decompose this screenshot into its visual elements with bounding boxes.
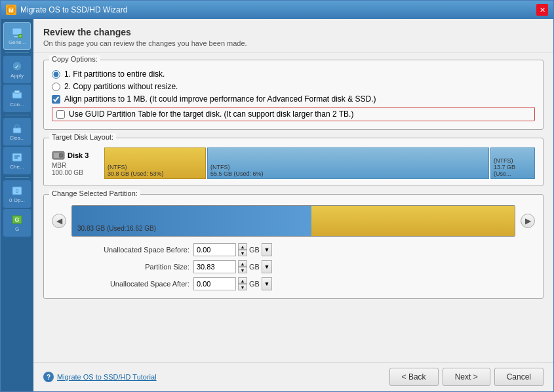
unallocated-after-dropdown[interactable]: ▼ xyxy=(262,277,272,290)
svg-rect-9 xyxy=(14,90,20,93)
next-arrow-button[interactable]: ▶ xyxy=(521,214,535,228)
partition-size-spin-up[interactable]: ▲ xyxy=(238,260,247,267)
close-button[interactable]: ✕ xyxy=(536,4,548,16)
page-subtitle: On this page you can review the changes … xyxy=(43,39,544,47)
target-disk-layout-title: Target Disk Layout: xyxy=(49,133,116,141)
sidebar: ✓ Gene... ✓ Apply Con... xyxy=(1,19,33,391)
main-window: M Migrate OS to SSD/HD Wizard ✕ ✓ Gene..… xyxy=(0,0,554,392)
checkbox-align[interactable] xyxy=(52,95,60,104)
sidebar-item-general[interactable]: ✓ Gene... xyxy=(3,22,31,50)
sidebar-clean-label: Clea... xyxy=(9,136,24,141)
radio-copy-without-resize-label: 2. Copy partitions without resize. xyxy=(64,82,178,91)
svg-rect-19 xyxy=(54,153,59,158)
radio-fit-partitions[interactable] xyxy=(52,70,60,79)
unallocated-after-spin-down[interactable]: ▼ xyxy=(238,284,247,290)
sidebar-item-check[interactable]: Che... xyxy=(3,147,31,174)
partition-2-info: 55.5 GB (Used: 6%) xyxy=(210,170,264,177)
window-title: Migrate OS to SSD/HD Wizard xyxy=(20,5,127,14)
sidebar-item-g[interactable]: G G xyxy=(3,209,31,237)
checkbox-align-option: Align partitions to 1 MB. (It could impr… xyxy=(52,94,535,104)
unallocated-before-spin-down[interactable]: ▼ xyxy=(238,250,247,256)
svg-text:✓: ✓ xyxy=(19,34,22,38)
unallocated-after-row: Unallocated Space After: ▲ ▼ GB ▼ xyxy=(78,277,535,290)
tutorial-link[interactable]: ? Migrate OS to SSD/HD Tutorial xyxy=(43,372,157,382)
checkbox-guid-label: Use GUID Partition Table for the target … xyxy=(69,109,353,119)
sidebar-g-label: G xyxy=(15,227,19,232)
main-content: ✓ Gene... ✓ Apply Con... xyxy=(1,19,553,391)
title-bar-left: M Migrate OS to SSD/HD Wizard xyxy=(6,5,127,15)
svg-rect-10 xyxy=(13,128,21,133)
sidebar-check-label: Che... xyxy=(10,165,24,170)
partition-size-input[interactable] xyxy=(193,260,236,273)
radio-option-2: 2. Copy partitions without resize. xyxy=(52,82,535,91)
copy-options-group: Copy Options: 1. Fit partitions to entir… xyxy=(43,60,544,130)
sidebar-divider-2 xyxy=(5,115,29,115)
unallocated-after-spin-up[interactable]: ▲ xyxy=(238,277,247,284)
footer-buttons: < Back Next > Cancel xyxy=(389,368,544,386)
unallocated-before-input[interactable] xyxy=(193,243,236,256)
svg-text:0: 0 xyxy=(16,188,19,194)
sidebar-apply-label: Apply xyxy=(10,73,24,79)
disk-drive-icon xyxy=(52,150,65,161)
partition-2[interactable]: (NTFS) 55.5 GB (Used: 6%) xyxy=(207,147,489,179)
svg-text:M: M xyxy=(9,7,14,14)
sidebar-connect-label: Con... xyxy=(10,102,24,108)
prev-arrow-button[interactable]: ◀ xyxy=(52,214,66,228)
disk-info: Disk 3 MBR 100.00 GB xyxy=(52,150,98,176)
sidebar-divider-1 xyxy=(5,52,29,53)
svg-point-21 xyxy=(60,155,62,156)
partition-size-label: Partition Size: xyxy=(78,263,189,271)
unallocated-before-spin-up[interactable]: ▲ xyxy=(238,243,247,250)
partition-size-spinner: ▲ ▼ xyxy=(238,260,247,273)
sidebar-item-connect[interactable]: Con... xyxy=(3,85,31,112)
next-button[interactable]: Next > xyxy=(443,368,490,386)
guid-option: Use GUID Partition Table for the target … xyxy=(52,107,535,121)
partition-1-info: 30.8 GB (Used: 53%) xyxy=(108,170,164,177)
disk-size: 100.00 GB xyxy=(52,169,83,176)
partition-3-info: 13.7 GB (Use... xyxy=(494,164,532,177)
sidebar-divider-3 xyxy=(5,177,29,178)
sidebar-item-clean[interactable]: Clea... xyxy=(3,118,31,146)
unallocated-after-input[interactable] xyxy=(193,277,236,290)
svg-rect-11 xyxy=(12,153,22,161)
partition-size-dropdown[interactable]: ▼ xyxy=(262,260,272,273)
unallocated-before-dropdown[interactable]: ▼ xyxy=(262,243,272,256)
unallocated-after-unit: GB xyxy=(249,280,260,288)
disk-icon-row: Disk 3 xyxy=(52,150,89,161)
partitions: (NTFS) 30.8 GB (Used: 53%) (NTFS) 55.5 G… xyxy=(104,147,535,179)
page-title: Review the changes xyxy=(43,27,544,37)
radio-option-1: 1. Fit partitions to entire disk. xyxy=(52,69,535,79)
unallocated-after-label: Unallocated Space After: xyxy=(78,280,189,288)
cancel-button[interactable]: Cancel xyxy=(494,368,544,386)
unallocated-before-spinner: ▲ ▼ xyxy=(238,243,247,256)
tutorial-link-label: Migrate OS to SSD/HD Tutorial xyxy=(57,373,157,381)
target-disk-layout-content: Disk 3 MBR 100.00 GB (NTFS) 30.8 GB (Use… xyxy=(52,147,535,179)
unallocated-after-spinner: ▲ ▼ xyxy=(238,277,247,290)
partition-size-input-group: ▲ ▼ GB ▼ xyxy=(193,260,272,273)
footer: ? Migrate OS to SSD/HD Tutorial < Back N… xyxy=(33,362,553,391)
change-partition-title: Change Selected Partition: xyxy=(49,189,140,197)
radio-copy-without-resize[interactable] xyxy=(52,83,60,91)
back-button[interactable]: < Back xyxy=(389,368,439,386)
target-disk-layout-group: Target Disk Layout: xyxy=(43,138,544,186)
checkbox-guid[interactable] xyxy=(56,110,65,119)
partition-bar-wrapper: 30.83 GB (Used:16.62 GB) xyxy=(71,205,515,237)
help-icon: ? xyxy=(43,372,54,382)
page-header: Review the changes On this page you can … xyxy=(33,19,553,53)
partition-1[interactable]: (NTFS) 30.8 GB (Used: 53%) xyxy=(104,147,206,179)
copy-options-title: Copy Options: xyxy=(49,55,100,63)
partition-3-label: (NTFS) xyxy=(494,157,513,164)
sidebar-item-apply[interactable]: ✓ Apply xyxy=(3,56,31,83)
unallocated-before-unit: GB xyxy=(249,246,260,254)
unallocated-after-input-group: ▲ ▼ GB ▼ xyxy=(193,277,272,290)
sidebar-item-ops[interactable]: 0 0 Op... xyxy=(3,180,31,208)
radio-fit-partitions-label: 1. Fit partitions to entire disk. xyxy=(64,69,165,79)
partition-size-spin-down[interactable]: ▼ xyxy=(238,267,247,273)
partition-bar-container: ◀ 30.83 GB (Used:16.62 GB) ▶ xyxy=(52,205,535,237)
partition-1-label: (NTFS) xyxy=(108,164,127,170)
sidebar-ops-label: 0 Op... xyxy=(9,198,25,203)
partition-3[interactable]: (NTFS) 13.7 GB (Use... xyxy=(490,147,535,179)
content-area: Review the changes On this page you can … xyxy=(33,19,553,391)
fields-container: Unallocated Space Before: ▲ ▼ GB ▼ xyxy=(52,243,535,290)
unallocated-before-row: Unallocated Space Before: ▲ ▼ GB ▼ xyxy=(78,243,535,256)
